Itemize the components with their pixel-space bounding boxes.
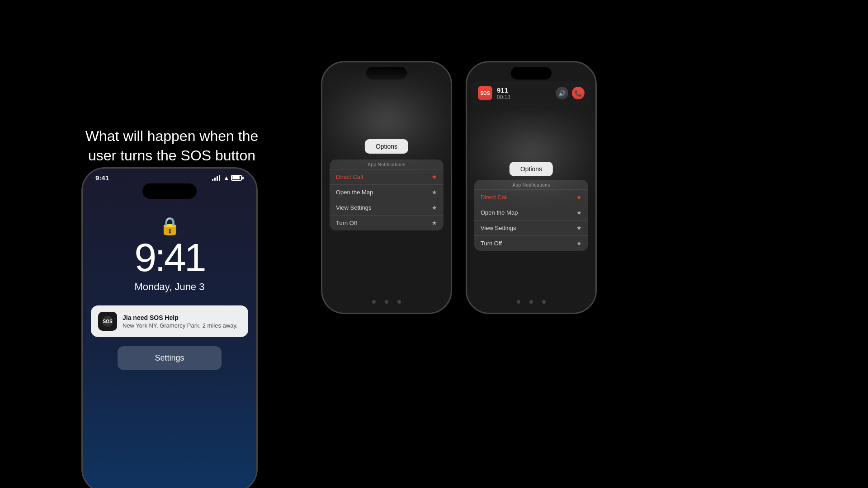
dot (517, 300, 520, 304)
star-icon: ★ (432, 189, 437, 196)
status-time: 9:41 (95, 174, 109, 182)
notification-text: Jia need SOS Help New York NY, Gramercy … (123, 314, 241, 329)
signal-icon (212, 175, 220, 181)
dynamic-island-3 (511, 67, 552, 80)
bottom-dots-phone2 (322, 300, 451, 304)
notif-item-view-settings-phone2[interactable]: View Settings ★ (330, 200, 443, 215)
sos-badge: SOS (478, 86, 492, 100)
lock-icon: 🔒 (83, 216, 256, 236)
lock-time: 9:41 (83, 238, 256, 277)
notif-label: Turn Off (336, 220, 357, 226)
options-button-phone2[interactable]: Options (365, 139, 408, 154)
notif-item-turn-off-phone3[interactable]: Turn Off ★ (474, 235, 588, 251)
speaker-button[interactable]: 🔊 (556, 87, 568, 99)
notif-label: Direct Call (481, 194, 508, 201)
options-button-phone3[interactable]: Options (509, 162, 553, 176)
notification-card: SOS Jia need SOS Help New York NY, Grame… (91, 305, 248, 337)
phone-active-call-inner: SOS 911 00:13 🔊 📞 Options App Notificati… (467, 62, 595, 313)
notif-label: View Settings (336, 204, 372, 211)
dot (385, 300, 388, 304)
phone-active-call: SOS 911 00:13 🔊 📞 Options App Notificati… (466, 61, 597, 314)
phone-sos-list-inner: Options App Notifications Direct Call ★ … (322, 62, 451, 313)
app-notifications-panel-phone3: App Notifications Direct Call ★ Open the… (474, 180, 588, 251)
dot (529, 300, 533, 304)
app-notifications-panel-phone2: App Notifications Direct Call ★ Open the… (330, 160, 443, 230)
phone-lock-screen: 9:41 ▲ 🔒 9:41 Monday, June 3 (81, 167, 258, 488)
notif-panel-header-phone3: App Notifications (474, 180, 588, 189)
call-info: 911 00:13 (497, 86, 551, 100)
app-icon: SOS (98, 312, 117, 331)
bottom-dots-phone3 (467, 300, 595, 304)
star-icon: ★ (432, 220, 437, 226)
dot (372, 300, 376, 304)
notif-label: Direct Call (336, 174, 363, 180)
notif-body: New York NY, Gramercy Park, 2 miles away… (123, 322, 241, 329)
call-timer: 00:13 (497, 94, 551, 100)
notif-item-view-settings-phone3[interactable]: View Settings ★ (474, 220, 588, 235)
end-call-button[interactable]: 📞 (572, 87, 585, 99)
sos-app-icon-svg: SOS (102, 315, 113, 327)
notif-label: Open the Map (481, 209, 518, 216)
dot (397, 300, 401, 304)
notif-item-open-map-phone3[interactable]: Open the Map ★ (474, 205, 588, 220)
call-bar: SOS 911 00:13 🔊 📞 (472, 81, 591, 105)
dot (542, 300, 546, 304)
phone-sos-list: Options App Notifications Direct Call ★ … (321, 61, 452, 314)
star-icon: ★ (432, 174, 437, 180)
settings-button[interactable]: Settings (118, 346, 222, 370)
notif-item-direct-call-phone2[interactable]: Direct Call ★ (330, 169, 443, 184)
battery-icon (231, 175, 244, 181)
notif-item-turn-off-phone2[interactable]: Turn Off ★ (330, 215, 443, 230)
star-icon: ★ (576, 225, 582, 231)
connectivity-icons: ▲ (212, 174, 244, 181)
star-icon: ★ (576, 194, 582, 201)
star-icon: ★ (576, 240, 582, 247)
lock-screen-inner: 9:41 ▲ 🔒 9:41 Monday, June 3 (83, 169, 256, 488)
status-bar: 9:41 ▲ (83, 169, 256, 182)
notif-label: Open the Map (336, 189, 373, 196)
dynamic-island (142, 183, 197, 199)
notif-panel-header-phone2: App Notifications (330, 160, 443, 169)
notif-label: View Settings (481, 225, 516, 231)
notif-item-direct-call-phone3[interactable]: Direct Call ★ (474, 189, 588, 205)
notif-title: Jia need SOS Help (123, 314, 241, 321)
svg-text:SOS: SOS (103, 319, 112, 324)
notif-item-open-map-phone2[interactable]: Open the Map ★ (330, 184, 443, 200)
notif-label: Turn Off (481, 240, 502, 247)
star-icon: ★ (432, 204, 437, 211)
wifi-icon: ▲ (223, 174, 229, 181)
call-controls: 🔊 📞 (556, 87, 585, 99)
lock-date: Monday, June 3 (83, 281, 256, 293)
call-number: 911 (497, 86, 551, 94)
star-icon: ★ (576, 209, 582, 216)
